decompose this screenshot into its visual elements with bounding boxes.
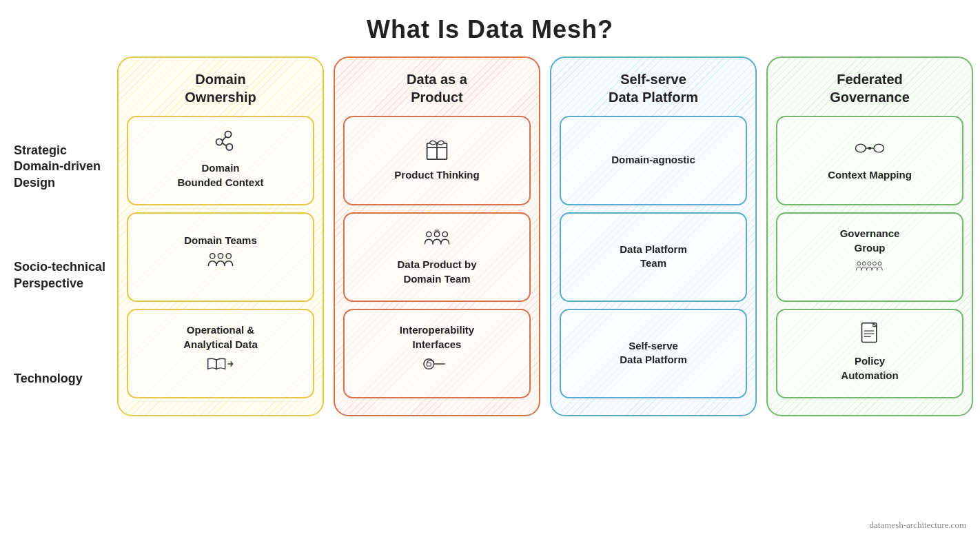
page-title: What Is Data Mesh? bbox=[0, 0, 980, 57]
card-context-mapping: Context Mapping bbox=[776, 116, 963, 205]
card-interoperability-interfaces: InteroperabilityInterfaces bbox=[343, 309, 531, 398]
card-domain-teams: Domain Teams bbox=[127, 212, 314, 302]
svg-point-23 bbox=[857, 262, 861, 265]
books-icon bbox=[205, 352, 236, 380]
col-header-self-serve-platform: Self-serveData Platform bbox=[560, 66, 747, 116]
card-domain-agnostic: Domain-agnostic bbox=[560, 116, 747, 205]
column-data-as-product: Data as aProduct bbox=[334, 57, 540, 416]
column-domain-ownership: DomainOwnership DomainBounded Context bbox=[117, 57, 324, 416]
card-data-product-domain-team: Data Product byDomain Team bbox=[343, 212, 531, 302]
card-governance-group: GovernanceGroup bbox=[776, 212, 963, 302]
card-product-thinking: Product Thinking bbox=[343, 116, 531, 205]
card-self-serve-data-platform: Self-serveData Platform bbox=[560, 309, 747, 398]
card-label-data-platform-team: Data PlatformTeam bbox=[620, 243, 687, 271]
network-icon bbox=[205, 129, 236, 157]
card-domain-bounded-context: DomainBounded Context bbox=[127, 116, 314, 205]
row-label-strategic: StrategicDomain-drivenDesign bbox=[7, 112, 117, 222]
svg-point-12 bbox=[434, 232, 439, 236]
svg-point-6 bbox=[218, 253, 223, 258]
col-header-federated-governance: FederatedGovernance bbox=[776, 66, 963, 116]
columns-area: DomainOwnership DomainBounded Context bbox=[117, 57, 973, 416]
card-label-domain-agnostic: Domain-agnostic bbox=[611, 153, 695, 167]
card-data-platform-team: Data PlatformTeam bbox=[560, 212, 747, 302]
row-label-technology: Technology bbox=[7, 329, 117, 429]
team-icon bbox=[422, 225, 452, 254]
row-labels: StrategicDomain-drivenDesign Socio-techn… bbox=[7, 57, 117, 429]
svg-line-4 bbox=[223, 143, 227, 146]
svg-point-7 bbox=[226, 253, 231, 258]
card-label-domain-teams: Domain Teams bbox=[184, 234, 257, 247]
card-label-domain-bounded-context: DomainBounded Context bbox=[178, 161, 264, 190]
col-header-data-as-product: Data as aProduct bbox=[343, 66, 531, 116]
svg-point-2 bbox=[226, 144, 232, 150]
svg-point-5 bbox=[210, 253, 215, 258]
svg-point-1 bbox=[216, 139, 223, 145]
svg-point-22 bbox=[869, 148, 871, 150]
column-self-serve-platform: Self-serveData Platform Domain-agnostic … bbox=[550, 57, 757, 416]
card-label-self-serve-data-platform: Self-serveData Platform bbox=[620, 339, 687, 367]
row-label-sociotechnical: Socio-technicalPerspective bbox=[7, 222, 117, 329]
main-layout: StrategicDomain-drivenDesign Socio-techn… bbox=[0, 57, 980, 429]
gift-icon bbox=[422, 136, 452, 164]
svg-point-26 bbox=[872, 262, 876, 265]
people-icon bbox=[205, 248, 236, 276]
svg-point-11 bbox=[427, 232, 431, 236]
svg-rect-17 bbox=[427, 363, 431, 365]
page-container: What Is Data Mesh? StrategicDomain-drive… bbox=[0, 0, 980, 429]
column-federated-governance: FederatedGovernance bbox=[766, 57, 973, 416]
svg-point-25 bbox=[868, 262, 871, 265]
svg-point-27 bbox=[878, 262, 881, 265]
svg-line-3 bbox=[223, 136, 227, 141]
svg-point-13 bbox=[442, 232, 447, 236]
svg-point-19 bbox=[855, 145, 866, 153]
link-nodes-icon bbox=[855, 136, 885, 164]
card-policy-automation: PolicyAutomation bbox=[776, 309, 963, 398]
card-label-operational-analytical: Operational &Analytical Data bbox=[183, 323, 258, 352]
svg-point-24 bbox=[862, 262, 866, 265]
card-label-product-thinking: Product Thinking bbox=[394, 168, 479, 182]
document-icon bbox=[855, 322, 885, 350]
card-label-policy-automation: PolicyAutomation bbox=[841, 354, 898, 383]
card-operational-analytical: Operational &Analytical Data bbox=[127, 309, 314, 398]
col-header-domain-ownership: DomainOwnership bbox=[127, 66, 314, 116]
card-label-data-product-domain-team: Data Product byDomain Team bbox=[397, 258, 476, 286]
footer-credit: datamesh-architecture.com bbox=[870, 520, 966, 531]
card-label-context-mapping: Context Mapping bbox=[828, 168, 912, 182]
card-label-interoperability-interfaces: InteroperabilityInterfaces bbox=[400, 323, 474, 352]
svg-point-21 bbox=[874, 145, 884, 153]
card-label-governance-group: GovernanceGroup bbox=[840, 227, 900, 255]
lock-link-icon bbox=[422, 352, 452, 380]
group-icon bbox=[855, 255, 885, 283]
